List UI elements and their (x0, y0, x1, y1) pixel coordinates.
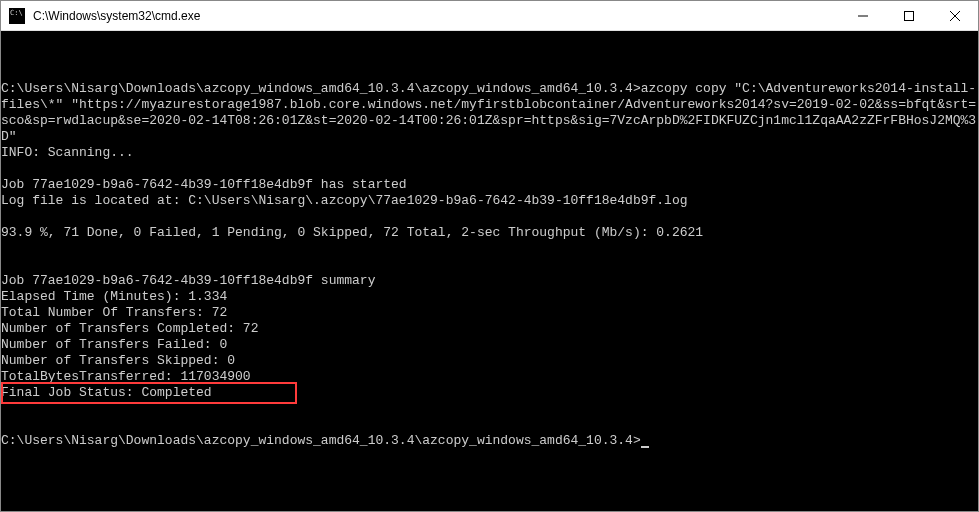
terminal-line: Job 77ae1029-b9a6-7642-4b39-10ff18e4db9f… (1, 273, 978, 289)
terminal-line: 93.9 %, 71 Done, 0 Failed, 1 Pending, 0 … (1, 225, 978, 241)
terminal-line: Number of Transfers Skipped: 0 (1, 353, 978, 369)
terminal-line: Elapsed Time (Minutes): 1.334 (1, 289, 978, 305)
terminal-line: INFO: Scanning... (1, 145, 978, 161)
terminal-line (1, 417, 978, 433)
terminal-output[interactable]: C:\Users\Nisarg\Downloads\azcopy_windows… (1, 31, 978, 511)
cmd-icon (9, 8, 25, 24)
terminal-line (1, 257, 978, 273)
terminal-line (1, 401, 978, 417)
terminal-line: Log file is located at: C:\Users\Nisarg\… (1, 193, 978, 209)
terminal-line: Number of Transfers Completed: 72 (1, 321, 978, 337)
terminal-line (1, 241, 978, 257)
window-controls (840, 1, 978, 30)
terminal-line (1, 65, 978, 81)
terminal-line: Total Number Of Transfers: 72 (1, 305, 978, 321)
svg-rect-1 (905, 11, 914, 20)
terminal-line: TotalBytesTransferred: 117034900 (1, 369, 978, 385)
window-title: C:\Windows\system32\cmd.exe (31, 9, 840, 23)
terminal-line: Number of Transfers Failed: 0 (1, 337, 978, 353)
terminal-line (1, 161, 978, 177)
terminal-line: C:\Users\Nisarg\Downloads\azcopy_windows… (1, 433, 978, 449)
minimize-button[interactable] (840, 1, 886, 30)
terminal-line: Job 77ae1029-b9a6-7642-4b39-10ff18e4db9f… (1, 177, 978, 193)
terminal-line (1, 209, 978, 225)
cursor (641, 446, 649, 448)
titlebar[interactable]: C:\Windows\system32\cmd.exe (1, 1, 978, 31)
close-button[interactable] (932, 1, 978, 30)
terminal-line: C:\Users\Nisarg\Downloads\azcopy_windows… (1, 81, 978, 145)
terminal-line: Final Job Status: Completed (1, 385, 978, 401)
maximize-button[interactable] (886, 1, 932, 30)
